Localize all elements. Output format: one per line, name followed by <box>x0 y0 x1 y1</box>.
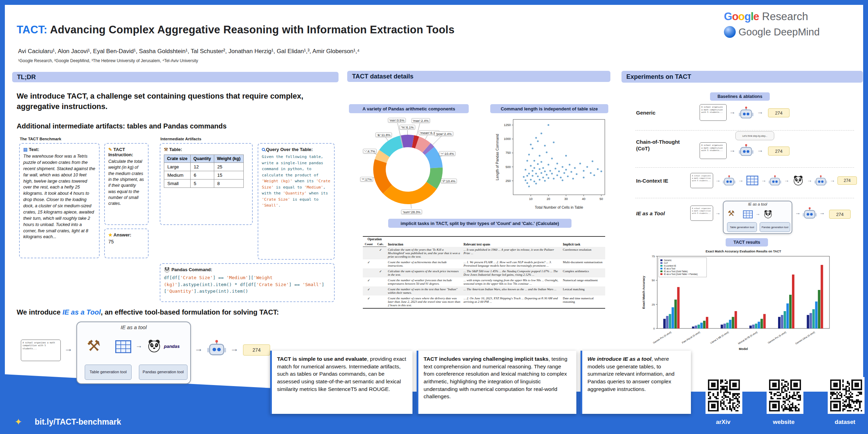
badge-baselines: Baselines & ablations <box>710 92 770 101</box>
table-row: ✓Count the number of wars in the text th… <box>363 286 605 295</box>
svg-text:Generic: Generic <box>664 259 671 261</box>
robot-icon <box>769 175 781 186</box>
section-header-experiments: Experiments on TACT <box>621 71 863 83</box>
cell: Count the number of wars in the text tha… <box>386 286 462 295</box>
answer-card-title: ★ Answer: <box>108 232 144 237</box>
cell <box>363 268 375 277</box>
tools-icon: ⚒ <box>728 209 735 218</box>
svg-text:20: 20 <box>547 197 550 201</box>
arrow-icon: → <box>194 344 203 353</box>
table-row: ✓Calculate the sum of squares of the sto… <box>363 268 605 277</box>
cell: ... 2. On June 10, 2023, XYZ Shipping's … <box>462 295 561 308</box>
panda-icon <box>763 210 773 218</box>
logo-letter: G <box>724 10 732 23</box>
query-card-body: Given the following table, write a singl… <box>262 154 331 209</box>
cell: Large <box>164 163 191 171</box>
table-card-title: ⚒ Table: <box>164 147 249 152</box>
row-label-ie-tool: IE as a Tool <box>636 210 688 217</box>
sparkle-icon: ✦ <box>15 417 22 427</box>
svg-text:IE as a Tool (Gold Table): IE as a Tool (Gold Table) <box>664 270 688 273</box>
answer-chip: 274 <box>768 147 790 156</box>
cell: 6 <box>191 171 214 180</box>
arrow-icon: → <box>761 177 766 183</box>
text-card-body: The warehouse floor was a Tetris puzzle … <box>23 153 95 240</box>
document-icon: ▤ <box>23 147 27 152</box>
donut-label: '+':10.4% <box>439 151 456 156</box>
answer-value: 75 <box>108 239 144 244</box>
svg-text:Length of Pandas Command: Length of Pandas Command <box>495 134 499 181</box>
cell: ✓ <box>363 277 375 286</box>
donut-label: '&':11.8% <box>376 132 392 137</box>
cell: ✓ <box>363 295 375 308</box>
logo-letter: o <box>738 10 744 23</box>
callout-bold: TACT is simple to use and evaluate <box>277 356 367 362</box>
cell: ✓ <box>375 247 386 259</box>
row-label-cot: Chain-of-Thought (CoT) <box>636 139 688 152</box>
implicit-tasks-table-wrap: OperationInstructionRelevant text spansI… <box>363 236 605 309</box>
cell <box>363 247 375 259</box>
tools-icon: ⚒ <box>87 337 100 354</box>
pandas-components-donut: '&':11.8%'min':0.5%'%':6.1%'max':2.4%'me… <box>347 115 465 222</box>
ie-tool-mini-box-label: IE as a tool <box>724 202 792 206</box>
cell: Coreference resolution <box>561 247 605 259</box>
ie-heading-pre: We introduce <box>17 308 62 316</box>
footer-main-link[interactable]: bit.ly/TACT-benchmark <box>35 417 121 427</box>
prompt-box: A school organizes a math competition wi… <box>690 206 713 221</box>
footer-link-website[interactable]: website <box>773 419 794 426</box>
authors-line: Avi Caciularu¹, Alon Jacovi¹, Eyal Ben-D… <box>18 48 504 55</box>
svg-text:500: 500 <box>506 165 511 169</box>
cell: ... The American Indian Wars, also known… <box>462 286 561 295</box>
logo-letter: o <box>732 10 738 23</box>
robot-icon <box>723 175 735 186</box>
footer-link-dataset[interactable]: dataset <box>835 419 856 426</box>
ie-tool-box: IE as a tool ⚒ → pandas Table generation… <box>76 322 191 384</box>
row-separator <box>635 130 854 131</box>
cell: Count the number of weather forecasts th… <box>386 277 462 286</box>
benchmark-group-label: The TACT Benchmark <box>20 137 61 141</box>
donut-label: '//':10.4% <box>441 178 457 183</box>
donut-label: 'max':2.4% <box>411 118 430 123</box>
arrow-icon: → <box>757 108 763 116</box>
cell: Complex arithmetics <box>561 268 605 277</box>
implicit-tasks-table: OperationInstructionRelevant text spansI… <box>363 236 605 309</box>
robot-icon <box>739 144 753 157</box>
deepmind-logo-icon <box>724 26 736 38</box>
svg-text:750: 750 <box>506 151 511 155</box>
footer-link-arxiv[interactable]: arXiv <box>716 419 731 426</box>
arrow-icon: → <box>784 177 789 183</box>
cell: ... 1. We present FLAIR ... 2. How well … <box>462 259 561 268</box>
column-header: Crate size <box>164 155 191 163</box>
badge-pie: A variety of Pandas arithmetic component… <box>349 104 469 113</box>
deepmind-wordmark: Google DeepMind <box>738 26 820 38</box>
cell: Small <box>164 180 191 188</box>
logo-letter: l <box>751 10 753 23</box>
svg-text:0: 0 <box>653 327 655 330</box>
arrow-icon: → <box>756 211 760 216</box>
cell: 5 <box>191 180 214 188</box>
svg-text:Flan-PaLM (0-shot): Flan-PaLM (0-shot) <box>682 331 701 344</box>
pandas-command-card: Pandas Command: df[df['Crate Size'] == '… <box>160 263 335 302</box>
callout-ie-tool: We introduce IE as a tool, where models … <box>581 351 691 414</box>
instruction-card-body: Calculate the total weight (in kg) of th… <box>108 159 144 207</box>
svg-text:In-context IE: In-context IE <box>664 265 676 267</box>
arrow-icon: → <box>819 210 825 216</box>
table-row: ✓Count the number of cases where the del… <box>363 295 605 308</box>
instruction-card-title-label: TACT Instruction: <box>108 147 133 157</box>
table-header-row: Crate sizeQuantityWeight (kg) <box>164 155 244 163</box>
svg-text:30: 30 <box>564 197 568 201</box>
ie-heading-italic: IE as a Tool <box>62 308 101 316</box>
logo-google-word: Google <box>738 26 771 37</box>
svg-text:1000: 1000 <box>504 137 511 141</box>
svg-text:IE as a Tool: IE as a Tool <box>664 267 675 270</box>
cell: Numerical range entailment <box>561 277 605 286</box>
logos-block: Google Research Google DeepMind <box>724 10 820 39</box>
qr-code-website <box>767 377 803 414</box>
poster-root: TACT: Advancing Complex Aggregative Reas… <box>0 0 868 434</box>
panda-icon <box>147 339 162 352</box>
arrow-icon: → <box>729 147 735 154</box>
ie-heading-post: , an effective tool-based formulation fo… <box>101 308 279 316</box>
table-row: ✓Count the number of weather forecasts t… <box>363 277 605 286</box>
magnifier-icon <box>262 148 265 151</box>
cell: Count the number of cases where the deli… <box>386 295 462 308</box>
answer-chip: 274 <box>768 108 790 117</box>
